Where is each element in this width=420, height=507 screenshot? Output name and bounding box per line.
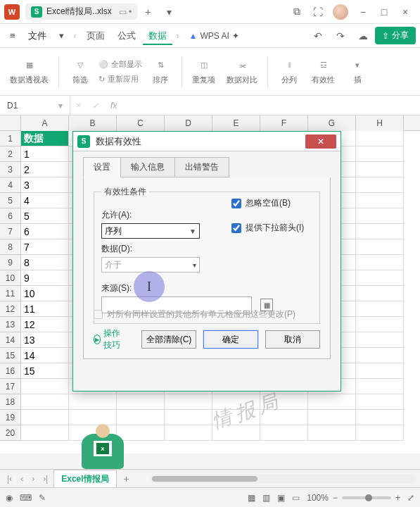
row-header[interactable]: 19 (0, 410, 21, 425)
tab-settings[interactable]: 设置 (83, 157, 121, 177)
zoom-slider[interactable] (342, 496, 391, 499)
show-dropdown-input[interactable] (231, 223, 241, 233)
cell[interactable] (356, 208, 404, 224)
status-icon[interactable]: ✎ (39, 493, 46, 503)
cell[interactable] (356, 255, 404, 270)
chevron-down-icon[interactable]: ▾ (58, 101, 63, 111)
cell[interactable]: 6 (21, 224, 69, 239)
col-header[interactable]: A (21, 115, 69, 131)
cell-reference-box[interactable]: D1 ▾ (0, 96, 70, 115)
formula-cancel-icon[interactable]: × (70, 101, 87, 111)
tab-prev-icon[interactable]: ‹ (71, 31, 79, 41)
row-header[interactable]: 2 (0, 146, 21, 162)
cell[interactable] (356, 317, 404, 332)
ribbon-show-all[interactable]: ⚪全部显示 (98, 59, 142, 70)
cell[interactable] (356, 193, 404, 208)
zoom-value[interactable]: 100% (307, 493, 329, 503)
minimize-icon[interactable]: − (357, 6, 369, 18)
cell[interactable] (260, 425, 308, 441)
cell[interactable] (356, 286, 404, 301)
tab-error-alert[interactable]: 出错警告 (174, 157, 229, 177)
row-header[interactable]: 13 (0, 317, 21, 332)
ribbon-insert-dropdown[interactable]: ▾ 插 (342, 56, 373, 88)
hamburger-icon[interactable]: ≡ (4, 27, 21, 44)
redo-icon[interactable]: ↷ (334, 30, 347, 42)
cell[interactable]: 3 (21, 177, 69, 193)
cell[interactable]: 7 (21, 239, 69, 255)
row-header[interactable]: 16 (0, 363, 21, 379)
cell[interactable] (356, 224, 404, 239)
cell[interactable] (21, 394, 69, 410)
add-sheet-button[interactable]: + (120, 473, 134, 484)
zoom-in-button[interactable]: + (395, 493, 400, 503)
cell[interactable] (356, 162, 404, 177)
select-all-corner[interactable] (0, 115, 21, 130)
wps-ai-button[interactable]: ▲ WPS AI ✦ (189, 31, 239, 41)
cell[interactable]: 数据 (21, 131, 69, 146)
cell[interactable] (69, 394, 117, 410)
tab-menu-icon[interactable]: ▭ • (119, 7, 132, 17)
row-header[interactable]: 1 (0, 131, 21, 146)
fx-icon[interactable]: fx (105, 101, 122, 111)
ribbon-duplicates[interactable]: ◫ 重复项 (188, 56, 219, 88)
ribbon-split-column[interactable]: ⦀ 分列 (274, 56, 305, 88)
zoom-out-button[interactable]: − (333, 493, 338, 503)
view-page-icon[interactable]: ▥ (262, 493, 270, 503)
cell[interactable] (356, 177, 404, 193)
cell[interactable] (212, 394, 260, 410)
row-header[interactable]: 15 (0, 348, 21, 363)
cell[interactable]: 8 (21, 255, 69, 270)
col-header[interactable]: C (117, 115, 165, 131)
sheet-first-icon[interactable]: |‹ (4, 474, 15, 484)
cell[interactable] (21, 379, 69, 394)
status-icon[interactable]: ⌨ (20, 493, 32, 503)
fullscreen-icon[interactable]: ⤢ (407, 493, 414, 503)
maximize-icon[interactable]: □ (378, 6, 390, 18)
cell[interactable] (356, 394, 404, 410)
avatar[interactable] (333, 4, 348, 20)
allow-select[interactable]: 序列 ▼ (101, 223, 200, 239)
cancel-button[interactable]: 取消 (265, 330, 320, 349)
cell[interactable] (356, 425, 404, 441)
cell[interactable] (356, 239, 404, 255)
cell[interactable] (356, 301, 404, 317)
cell[interactable]: 12 (21, 317, 69, 332)
dialog-close-button[interactable]: ✕ (305, 134, 336, 149)
ribbon-sort[interactable]: ⇅ 排序 (145, 56, 176, 88)
sheet-prev-icon[interactable]: ‹ (18, 474, 26, 484)
ignore-blank-input[interactable] (231, 199, 241, 208)
new-tab-button[interactable]: + (141, 6, 154, 18)
cell[interactable] (260, 394, 308, 410)
cell[interactable] (308, 394, 356, 410)
cell[interactable] (356, 379, 404, 394)
row-header[interactable]: 3 (0, 162, 21, 177)
row-header[interactable]: 7 (0, 224, 21, 239)
row-header[interactable]: 20 (0, 425, 21, 441)
cell[interactable]: 2 (21, 162, 69, 177)
row-header[interactable]: 4 (0, 177, 21, 193)
row-header[interactable]: 6 (0, 208, 21, 224)
cell[interactable]: 1 (21, 146, 69, 162)
cell[interactable] (356, 146, 404, 162)
row-header[interactable]: 8 (0, 239, 21, 255)
window-icon[interactable]: ⧉ (291, 6, 303, 18)
row-header[interactable]: 5 (0, 193, 21, 208)
tips-link[interactable]: ▶ 操作技巧 (94, 327, 127, 351)
tabs-overview-icon[interactable]: ▾ (163, 6, 175, 18)
view-break-icon[interactable]: ▣ (277, 493, 285, 503)
cell[interactable] (165, 410, 212, 425)
dialog-titlebar[interactable]: S 数据有效性 ✕ (73, 132, 341, 151)
cell[interactable]: 10 (21, 286, 69, 301)
row-header[interactable]: 9 (0, 255, 21, 270)
cell[interactable] (212, 425, 260, 441)
ribbon-data-validity[interactable]: ☲ 有效性 (307, 56, 339, 88)
share-button[interactable]: ⇪ 分享 (375, 27, 416, 44)
cell[interactable] (356, 348, 404, 363)
col-header[interactable]: D (165, 115, 212, 131)
wallet-icon[interactable]: ⛶ (312, 6, 324, 18)
row-header[interactable]: 10 (0, 270, 21, 286)
col-header[interactable]: G (308, 115, 356, 131)
tab-next-icon[interactable]: › (174, 31, 182, 41)
ribbon-pivot-table[interactable]: ▦ 数据透视表 (6, 56, 53, 88)
formula-confirm-icon[interactable]: ✓ (87, 101, 105, 111)
